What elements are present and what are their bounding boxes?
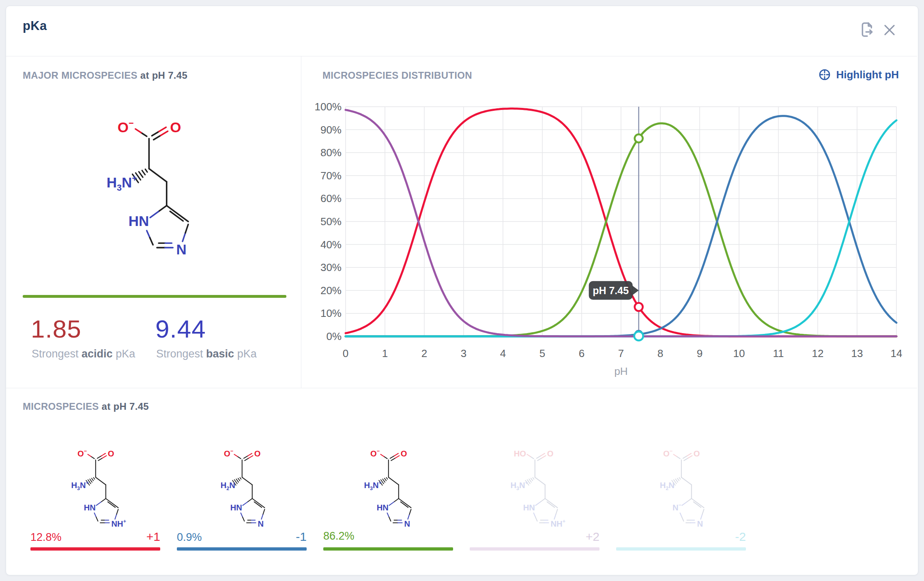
- svg-text:pH 7.45: pH 7.45: [593, 285, 629, 296]
- strongest-basic-pka-caption: Strongest basic pKa: [156, 348, 257, 360]
- svg-text:H2N: H2N: [221, 481, 235, 491]
- svg-text:40%: 40%: [320, 239, 342, 251]
- species-labels: 0.9%-1: [177, 530, 307, 544]
- svg-text:9: 9: [697, 347, 703, 359]
- svg-text:pH: pH: [614, 365, 627, 377]
- section-divider: [6, 388, 917, 388]
- svg-text:HN: HN: [230, 503, 242, 512]
- svg-text:H3N+: H3N+: [364, 480, 381, 491]
- svg-text:10%: 10%: [320, 307, 342, 319]
- svg-text:O−: O−: [663, 448, 673, 458]
- svg-text:N: N: [697, 519, 703, 528]
- header-divider: [6, 56, 917, 56]
- microspecies-structure-minus1: O−OH2NHNN: [202, 439, 281, 540]
- svg-text:7: 7: [618, 347, 624, 359]
- svg-text:80%: 80%: [320, 146, 342, 159]
- svg-text:N: N: [258, 519, 264, 528]
- svg-text:100%: 100%: [315, 101, 342, 113]
- svg-text:60%: 60%: [320, 192, 342, 204]
- species-charge: +2: [586, 530, 600, 544]
- svg-text:O: O: [694, 449, 700, 458]
- svg-text:N: N: [404, 519, 410, 528]
- species-charge: +1: [146, 530, 160, 544]
- major-microspecies-title: MAJOR MICROSPECIES at pH 7.45: [23, 70, 187, 81]
- species-charge: -1: [296, 530, 307, 544]
- species-labels: +2: [470, 530, 600, 544]
- species-accent-bar: [30, 547, 160, 551]
- svg-text:14: 14: [891, 347, 903, 359]
- species-charge: -2: [735, 530, 746, 544]
- svg-text:30%: 30%: [320, 261, 342, 273]
- close-icon: [883, 24, 896, 37]
- svg-text:H3N+: H3N+: [510, 480, 528, 491]
- microspecies-structure-minus2: O−OH2NN−N: [642, 439, 720, 540]
- svg-text:O−: O−: [370, 448, 380, 458]
- svg-text:H2N: H2N: [660, 481, 675, 491]
- svg-text:5: 5: [539, 347, 545, 359]
- svg-text:4: 4: [500, 347, 506, 359]
- svg-text:O−: O−: [77, 448, 87, 458]
- svg-text:50%: 50%: [320, 215, 342, 228]
- svg-text:HN: HN: [523, 503, 535, 512]
- svg-text:O: O: [108, 449, 114, 458]
- svg-text:90%: 90%: [320, 124, 342, 136]
- species-labels: -2: [616, 530, 746, 544]
- species-accent-bar: [177, 547, 307, 551]
- major-species-accent-rule: [23, 295, 286, 298]
- microspecies-distribution-chart[interactable]: pH 7.450%10%20%30%40%50%60%70%80%90%100%…: [301, 57, 919, 387]
- svg-text:13: 13: [851, 347, 863, 359]
- svg-text:O: O: [254, 449, 261, 458]
- svg-text:H3N+: H3N+: [107, 173, 137, 193]
- svg-text:10: 10: [733, 347, 745, 359]
- microspecies-title: MICROSPECIES at pH 7.45: [23, 401, 149, 412]
- export-button[interactable]: [860, 21, 875, 38]
- species-percent: 0.9%: [177, 531, 202, 544]
- svg-text:11: 11: [773, 347, 784, 359]
- svg-text:NH+: NH+: [551, 519, 565, 528]
- svg-text:O: O: [401, 449, 407, 458]
- export-icon: [860, 21, 875, 38]
- species-accent-bar: [323, 547, 453, 551]
- svg-text:70%: 70%: [320, 170, 342, 182]
- species-labels: 86.2%: [323, 530, 453, 542]
- species-percent: 12.8%: [30, 531, 62, 544]
- microspecies-structure-plus2: HOOH3N+HNNH+: [495, 439, 574, 540]
- svg-text:N−: N−: [673, 502, 681, 512]
- svg-text:20%: 20%: [320, 284, 342, 297]
- close-button[interactable]: [883, 24, 896, 37]
- svg-text:0: 0: [343, 347, 348, 359]
- svg-text:H3N+: H3N+: [71, 480, 88, 491]
- svg-text:HO: HO: [514, 449, 526, 458]
- svg-text:8: 8: [658, 347, 663, 359]
- svg-text:2: 2: [421, 347, 427, 359]
- svg-text:HN: HN: [377, 503, 389, 512]
- svg-text:0%: 0%: [326, 330, 342, 342]
- microspecies-structure-plus1: O−OH3N+HNNH+: [56, 439, 135, 540]
- strongest-basic-pka-value: 9.44: [155, 316, 206, 342]
- page-title: pKa: [23, 19, 47, 33]
- svg-text:HN: HN: [84, 503, 96, 512]
- species-percent: 86.2%: [323, 530, 355, 542]
- svg-text:O−: O−: [118, 118, 134, 135]
- svg-text:HN: HN: [129, 213, 149, 229]
- major-microspecies-structure: O−OH3N+HNN: [80, 102, 217, 278]
- svg-text:NH+: NH+: [112, 519, 126, 528]
- svg-text:3: 3: [461, 347, 466, 359]
- svg-text:O: O: [547, 449, 554, 458]
- svg-text:12: 12: [812, 347, 824, 359]
- svg-text:N: N: [176, 241, 187, 257]
- species-accent-bar: [470, 547, 600, 551]
- strongest-acidic-pka-caption: Strongest acidic pKa: [32, 348, 135, 360]
- svg-text:O: O: [170, 119, 181, 135]
- species-accent-bar: [616, 547, 746, 551]
- svg-text:6: 6: [579, 347, 584, 359]
- species-labels: 12.8%+1: [30, 530, 160, 544]
- microspecies-structure-zwitterion: O−OH3N+HNN: [349, 439, 428, 540]
- strongest-acidic-pka-value: 1.85: [31, 316, 82, 342]
- svg-text:1: 1: [382, 347, 388, 359]
- svg-text:O−: O−: [224, 448, 233, 458]
